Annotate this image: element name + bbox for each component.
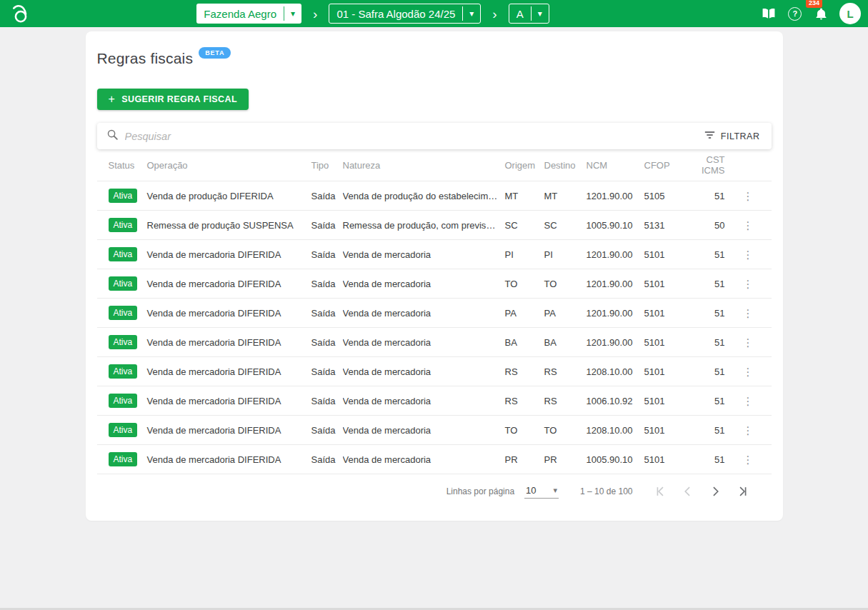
table-row[interactable]: Ativa Venda de mercadoria DIFERIDA Saída… [97,444,772,474]
cell-destino: BA [544,337,587,348]
cell-cfop: 5131 [644,220,690,231]
cell-cst-icms: 51 [690,249,725,260]
table-row[interactable]: Ativa Venda de mercadoria DIFERIDA Saída… [97,386,772,415]
cell-origem: TO [505,425,544,436]
plus-icon: + [109,93,116,106]
caret-down-icon: ▾ [554,486,558,495]
table-row[interactable]: Ativa Venda de mercadoria DIFERIDA Saída… [97,269,772,298]
farm-selector-label: Fazenda Aegro [196,4,284,24]
status-badge: Ativa [109,423,138,437]
cell-cst-icms: 51 [690,396,725,406]
farm-selector[interactable]: Fazenda Aegro ▾ [196,4,301,24]
cell-cst-icms: 51 [690,191,725,201]
rows-per-page-select[interactable]: 10 ▾ [524,484,559,499]
column-header-cst-icms: CST ICMS [690,154,725,176]
context-selectors: Fazenda Aegro ▾ › 01 - Safra Algodão 24/… [196,4,549,24]
first-page-button[interactable] [652,482,670,501]
cell-natureza: Remessa de produção, com previsão aju... [343,220,505,231]
row-menu-kebab-icon[interactable]: ⋮ [739,305,758,321]
next-page-button[interactable] [706,482,724,501]
cell-ncm: 1006.10.92 [587,396,644,406]
season-selector[interactable]: 01 - Safra Algodão 24/25 ▾ [329,4,481,24]
beta-badge: BETA [199,47,231,59]
last-page-button[interactable] [733,482,752,501]
cell-cfop: 5101 [644,425,690,436]
help-icon[interactable]: ? [785,4,805,24]
cell-destino: PR [544,454,587,465]
rows-per-page-label: Linhas por página [447,486,514,496]
cell-natureza: Venda de mercadoria [343,279,505,289]
table-row[interactable]: Ativa Venda de mercadoria DIFERIDA Saída… [97,327,772,356]
status-badge: Ativa [109,189,138,203]
search-icon [106,129,119,144]
table-row[interactable]: Ativa Venda de mercadoria DIFERIDA Saída… [97,298,772,327]
cell-cfop: 5101 [644,308,690,319]
status-badge: Ativa [109,364,138,379]
cell-cst-icms: 51 [690,308,725,319]
user-avatar[interactable]: L [839,3,861,24]
cell-tipo: Saída [311,191,343,201]
row-menu-kebab-icon[interactable]: ⋮ [739,334,758,351]
cell-natureza: Venda de mercadoria [343,337,505,348]
row-menu-kebab-icon[interactable]: ⋮ [739,364,758,380]
cell-ncm: 1201.90.00 [587,337,644,348]
page-title: Regras fiscais [97,50,194,67]
cell-natureza: Venda de mercadoria [343,454,505,465]
column-header-cfop: CFOP [644,160,690,171]
filter-icon [704,131,715,141]
cell-ncm: 1201.90.00 [587,191,644,201]
cell-natureza: Venda de mercadoria [343,366,505,377]
row-menu-kebab-icon[interactable]: ⋮ [739,451,758,468]
column-header-tipo: Tipo [311,160,343,171]
cell-operacao: Venda de mercadoria DIFERIDA [147,279,311,289]
pagination-nav [652,482,752,501]
plot-selector[interactable]: A ▾ [509,4,549,24]
row-menu-kebab-icon[interactable]: ⋮ [739,276,758,292]
table-row[interactable]: Ativa Venda de mercadoria DIFERIDA Saída… [97,415,772,444]
cell-natureza: Venda de mercadoria [343,396,505,406]
caret-down-icon: ▾ [463,4,480,23]
cell-origem: PA [505,308,544,319]
row-menu-kebab-icon[interactable]: ⋮ [739,217,758,234]
table-row[interactable]: Ativa Remessa de produção SUSPENSA Saída… [97,210,772,239]
cell-cst-icms: 51 [690,425,725,436]
table-row[interactable]: Ativa Venda de mercadoria DIFERIDA Saída… [97,239,772,269]
suggest-fiscal-rule-button[interactable]: + SUGERIR REGRA FISCAL [97,89,249,110]
filter-button[interactable]: FILTRAR [704,131,760,141]
plot-selector-label: A [509,4,531,23]
cell-destino: PA [544,308,587,319]
breadcrumb-chevron-icon: › [309,7,321,21]
row-menu-kebab-icon[interactable]: ⋮ [739,246,758,263]
cell-ncm: 1005.90.10 [587,220,644,231]
table-row[interactable]: Ativa Venda de produção DIFERIDA Saída V… [97,181,772,210]
cell-destino: TO [544,279,587,289]
status-badge: Ativa [109,335,138,349]
cell-origem: RS [505,396,544,406]
search-input[interactable] [125,131,704,142]
cell-operacao: Venda de mercadoria DIFERIDA [147,308,311,319]
column-header-natureza: Natureza [343,160,505,171]
row-menu-kebab-icon[interactable]: ⋮ [739,422,758,439]
cell-origem: SC [505,220,544,231]
cell-ncm: 1208.10.00 [587,425,644,436]
cell-cst-icms: 51 [690,279,725,289]
cell-origem: PI [505,249,544,260]
cell-tipo: Saída [311,425,343,436]
cell-destino: PI [544,249,587,260]
row-menu-kebab-icon[interactable]: ⋮ [739,188,758,204]
cell-cfop: 5101 [644,396,690,406]
previous-page-button[interactable] [679,482,697,501]
status-badge: Ativa [109,394,138,408]
notifications-bell-icon[interactable]: 234 [812,4,832,24]
table-header-row: Status Operação Tipo Natureza Origem Des… [97,149,772,181]
cell-cfop: 5105 [644,191,690,201]
knowledge-book-icon[interactable] [759,4,779,24]
aegro-logo-icon[interactable] [9,1,33,26]
table-row[interactable]: Ativa Venda de mercadoria DIFERIDA Saída… [97,356,772,386]
app-bar: Fazenda Aegro ▾ › 01 - Safra Algodão 24/… [0,0,868,27]
season-selector-label: 01 - Safra Algodão 24/25 [329,4,462,23]
rows-per-page-value: 10 [526,485,536,496]
filter-button-label: FILTRAR [721,131,760,141]
column-header-destino: Destino [544,160,587,171]
row-menu-kebab-icon[interactable]: ⋮ [739,393,758,409]
